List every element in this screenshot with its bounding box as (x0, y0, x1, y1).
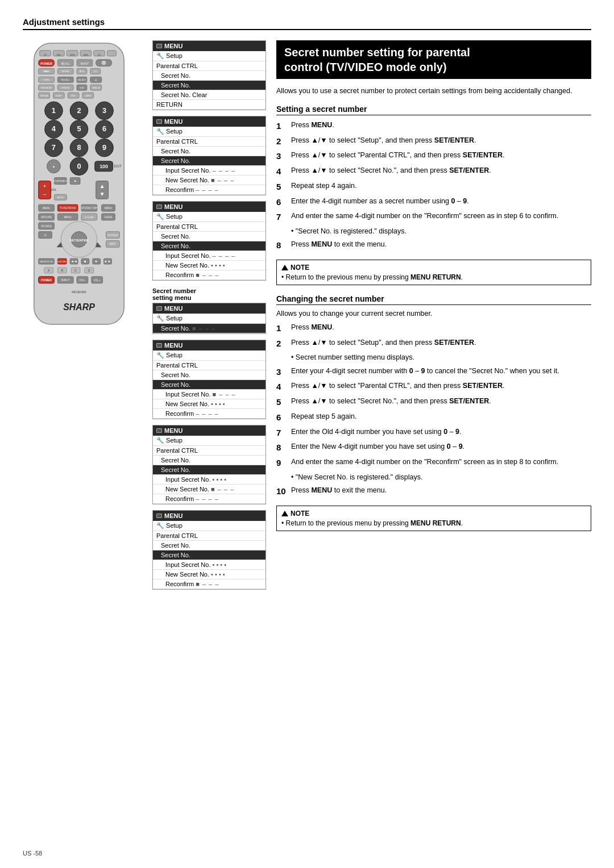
svg-text:8: 8 (77, 143, 81, 152)
menu-box-4: MENU 🔧 Setup Parental CTRL Secret No. Se… (152, 340, 266, 419)
menu-item[interactable]: Parental CTRL (153, 361, 265, 370)
menu-item-selected[interactable]: Secret No. (153, 81, 265, 90)
svg-text:▲: ▲ (73, 179, 77, 182)
menu-item[interactable]: Reconfirm – – – – (153, 409, 265, 419)
menu-item[interactable]: New Secret No. • • • • (153, 261, 265, 270)
menu-item-selected[interactable]: Secret No. (153, 156, 265, 166)
menu-item[interactable]: Secret No. (153, 71, 265, 81)
menu-item[interactable]: Parental CTRL (153, 531, 265, 541)
svg-text:MENU: MENU (105, 207, 112, 210)
step2-2-bullet: • Secret number setting menu displays. (276, 352, 591, 362)
step-8: 8 Press MENU to exit the menu. (276, 239, 591, 252)
footer-text: US -58 (23, 850, 42, 857)
svg-text:FREEZE: FREEZE (61, 86, 70, 89)
svg-text:MENU: MENU (43, 207, 50, 210)
menu-item[interactable]: Secret No. (153, 456, 265, 465)
menu-item[interactable]: 🔧 Setup (153, 436, 265, 446)
right-column: Secret number setting for parental contr… (276, 40, 591, 595)
step2-2: 2 Press ▲/▼ to select "Setup", and then … (276, 337, 591, 350)
svg-text:▼: ▼ (99, 191, 105, 197)
menu-item[interactable]: Secret No. (153, 232, 265, 241)
menu-item[interactable]: Reconfirm ■ – – – (153, 579, 265, 589)
step-2: 2 Press ▲/▼ to select "Setup", and then … (276, 135, 591, 148)
step2-9: 9 And enter the same 4-digit number on t… (276, 457, 591, 469)
menu-item[interactable]: 🔧 Setup (153, 314, 265, 324)
menu-item[interactable]: 🔧 Setup (153, 51, 265, 61)
menu-item[interactable]: Reconfirm – – – – (153, 185, 265, 195)
note-header-1: NOTE (281, 264, 586, 272)
svg-text:VOL: VOL (51, 189, 57, 191)
svg-text:INPUT: INPUT (61, 279, 70, 282)
remote-svg: TV CBL VCR DVD LD POWER ME ALL INPUT (23, 40, 135, 333)
menu-item[interactable]: 🔧 Setup (153, 521, 265, 531)
step2-8: 8 Enter the New 4-digit number you have … (276, 441, 591, 454)
menu-item[interactable]: RETURN (153, 100, 265, 110)
menu-item[interactable]: Secret No. (153, 370, 265, 380)
menu-item[interactable]: Secret No. (153, 541, 265, 550)
menu-item[interactable]: New Secret No. ■ – – – (153, 176, 265, 185)
svg-text:CBL: CBL (57, 53, 61, 56)
menu-item[interactable]: Reconfirm ■ – – – (153, 270, 265, 280)
step-6: 6 Enter the 4-digit number as a secret n… (276, 196, 591, 208)
menu-item-selected[interactable]: Secret No. (153, 465, 265, 475)
menu-item[interactable]: Parental CTRL (153, 446, 265, 456)
menu-item-selected[interactable]: Secret No. (153, 241, 265, 251)
menu-title-4: MENU (164, 342, 182, 349)
svg-text:5: 5 (77, 124, 81, 133)
menu-item[interactable]: 🔧 Setup (153, 127, 265, 137)
menu-item[interactable]: New Secret No. • • • • (153, 399, 265, 409)
svg-text:FAVORITE CH: FAVORITE CH (40, 261, 53, 263)
menu-header-6: MENU (153, 511, 265, 521)
menu-box-5: MENU 🔧 Setup Parental CTRL Secret No. Se… (152, 425, 266, 504)
svg-text:▲: ▲ (99, 183, 105, 189)
svg-text:VOL–: VOL– (79, 279, 86, 282)
menu-title-5: MENU (164, 427, 182, 434)
menu-item[interactable]: Input Secret No. – – – – (153, 166, 265, 176)
step-7-bullet: • "Secret No. is registered." displays. (276, 226, 591, 236)
menu-item[interactable]: Parental CTRL (153, 137, 265, 147)
menu-item[interactable]: 🔧 Setup (153, 212, 265, 222)
svg-text:9: 9 (102, 143, 106, 152)
svg-text:TWIN CH: TWIN CH (92, 87, 100, 89)
svg-text:▲: ▲ (94, 78, 97, 81)
svg-text:3: 3 (102, 106, 106, 115)
menu-title-2: MENU (164, 118, 182, 125)
svg-rect-6 (107, 51, 116, 56)
svg-text:1: 1 (52, 106, 56, 115)
step-1: 1 Press MENU. (276, 120, 591, 132)
menu-item[interactable]: Input Secret No. • • • • (153, 560, 265, 570)
menu-item[interactable]: Input Secret No. ■ – – – (153, 390, 265, 399)
menu-item[interactable]: Input Secret No. – – – – (153, 251, 265, 261)
note-header-2: NOTE (281, 510, 586, 518)
menu-title-6: MENU (164, 512, 182, 519)
svg-text:TV/SAT/DVD: TV/SAT/DVD (60, 207, 76, 210)
step2-6: 6 Repeat step 5 again. (276, 411, 591, 424)
menu-item[interactable]: Parental CTRL (153, 61, 265, 71)
svg-text:MENU: MENU (64, 216, 72, 219)
tv-icon-3 (156, 205, 162, 209)
tv-icon-4 (156, 343, 162, 348)
menu-item[interactable]: Secret No. (153, 147, 265, 156)
svg-text:D: D (88, 269, 90, 272)
section-label-secret: Secret numbersetting menu (152, 287, 266, 301)
svg-text:ENT: ENT (114, 164, 122, 168)
svg-text:POWER: POWER (40, 62, 52, 65)
menu-item[interactable]: 🔧 Setup (153, 350, 265, 361)
menu-header-2: MENU (153, 116, 265, 127)
note-text-2: • Return to the previous menu by pressin… (281, 519, 586, 527)
menu-item[interactable]: New Secret No. • • • • (153, 570, 265, 579)
menu-item[interactable]: Reconfirm – – – – (153, 494, 265, 504)
menu-item-selected[interactable]: Secret No. (153, 550, 265, 560)
svg-text:GUIDE: GUIDE (104, 216, 112, 219)
menu-item[interactable]: Input Secret No. • • • • (153, 475, 265, 485)
menu-title-small: MENU (164, 305, 182, 312)
menu-item-selected[interactable]: Secret No. (153, 380, 265, 390)
menu-item[interactable]: Parental CTRL (153, 222, 265, 232)
svg-text:VCR: VCR (70, 53, 74, 56)
menu-item-selected[interactable]: Secret No. ■ – – – (153, 324, 265, 333)
menu-item[interactable]: Secret No. Clear (153, 90, 265, 100)
menu-item[interactable]: New Secret No. ■ – – – (153, 485, 265, 494)
menu-header-1: MENU (153, 41, 265, 51)
svg-text:VIEW MODE: VIEW MODE (41, 87, 53, 89)
tv-icon-5 (156, 428, 162, 433)
